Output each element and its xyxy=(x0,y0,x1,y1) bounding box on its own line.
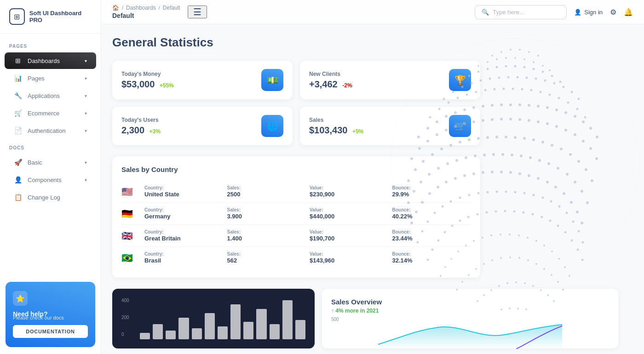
sales-overview-chart xyxy=(331,324,609,349)
svg-point-61 xyxy=(584,116,586,119)
sales-value-gb: 1.400 xyxy=(227,235,306,242)
svg-point-123 xyxy=(569,153,572,156)
section-label-docs: DOCS xyxy=(0,140,101,153)
svg-point-142 xyxy=(538,159,541,162)
sidebar-item-pages[interactable]: 📊 Pages ▾ xyxy=(5,70,96,86)
sidebar-item-basic[interactable]: 🚀 Basic ▾ xyxy=(5,154,96,171)
svg-point-39 xyxy=(544,80,546,82)
sidebar-item-authentication[interactable]: 📄 Authentication ▾ xyxy=(5,122,96,139)
svg-point-26 xyxy=(551,75,553,77)
svg-point-168 xyxy=(570,201,573,204)
stat-value-clients: +3,462 xyxy=(309,79,338,89)
sales-col-label: Sales: xyxy=(227,251,306,257)
svg-point-58 xyxy=(558,97,560,99)
svg-point-117 xyxy=(514,136,517,139)
search-input[interactable] xyxy=(493,9,560,16)
notifications-icon[interactable]: 🔔 xyxy=(624,8,633,17)
svg-point-57 xyxy=(549,94,551,96)
svg-point-137 xyxy=(492,153,495,156)
bounce-value-us: 29.9% xyxy=(392,191,472,198)
flag-de: 🇩🇪 xyxy=(121,208,141,219)
svg-point-27 xyxy=(559,81,562,83)
svg-point-37 xyxy=(526,77,528,79)
svg-point-101 xyxy=(574,133,576,136)
breadcrumb-sep2: / xyxy=(159,5,160,11)
svg-point-140 xyxy=(520,154,523,157)
help-box: ⭐ Need help? Please check our docs DOCUM… xyxy=(6,282,95,347)
svg-point-102 xyxy=(582,140,585,143)
svg-point-69 xyxy=(482,105,484,108)
value-col-br: Value: $143,960 xyxy=(310,251,389,264)
chevron-icon: ▾ xyxy=(85,93,87,98)
y-label-400: 400 xyxy=(121,298,129,303)
stat-icon-money: 💵 xyxy=(261,69,283,91)
svg-point-14 xyxy=(542,65,544,67)
sidebar-item-label: Dashboards xyxy=(28,57,79,64)
basic-icon: 🚀 xyxy=(14,159,22,166)
stat-value-money: $53,000 xyxy=(121,79,155,89)
svg-point-15 xyxy=(549,69,551,71)
svg-point-185 xyxy=(533,194,535,196)
svg-point-253 xyxy=(524,282,526,284)
sidebar-item-label: Ecommerce xyxy=(28,110,79,117)
search-box[interactable]: 🔍 xyxy=(475,5,567,19)
svg-point-75 xyxy=(537,105,540,108)
sales-value-br: 562 xyxy=(227,257,306,264)
logo-icon: ⊞ xyxy=(9,8,25,25)
svg-point-205 xyxy=(523,211,525,214)
svg-point-81 xyxy=(589,127,592,130)
svg-point-250 xyxy=(498,285,500,287)
menu-toggle-button[interactable]: ☰ xyxy=(188,6,207,18)
sidebar-item-ecommerce[interactable]: 🛒 Ecommerce ▾ xyxy=(5,105,96,121)
bar-item xyxy=(153,324,163,339)
country-col-br: Country: Brasil xyxy=(144,251,224,264)
svg-point-228 xyxy=(551,251,553,252)
stats-row: Today's Money $53,000 +55% 💵 New Clients… xyxy=(112,61,480,145)
bar-item xyxy=(192,328,202,339)
svg-point-108 xyxy=(431,153,434,156)
sidebar-item-applications[interactable]: 🔧 Applications ▾ xyxy=(5,87,96,104)
breadcrumb-path: 🏠 / Dashboards / Default xyxy=(112,5,180,11)
chart-y-labels: 400 200 0 xyxy=(121,298,129,337)
sidebar-item-label: Components xyxy=(28,177,79,183)
country-col-label: Country: xyxy=(144,251,224,257)
svg-point-104 xyxy=(595,157,598,160)
svg-point-36 xyxy=(517,76,519,79)
svg-point-71 xyxy=(500,103,503,106)
header: 🏠 / Dashboards / Default Default ☰ 🔍 👤 S… xyxy=(101,0,644,24)
documentation-button[interactable]: DOCUMENTATION xyxy=(13,325,88,338)
svg-point-148 xyxy=(586,201,589,204)
stat-value-row-users: 2,300 +3% xyxy=(121,125,161,136)
sales-col-br: Sales: 562 xyxy=(227,251,306,264)
svg-point-187 xyxy=(550,200,552,203)
svg-point-209 xyxy=(557,225,559,227)
stat-label-sales: Sales xyxy=(309,117,363,123)
svg-point-122 xyxy=(560,148,563,150)
svg-point-82 xyxy=(596,136,598,138)
svg-point-94 xyxy=(509,118,512,120)
sidebar-item-changelog[interactable]: 📋 Change Log xyxy=(5,189,96,206)
svg-point-233 xyxy=(461,281,463,283)
home-icon: 🏠 xyxy=(112,5,119,11)
country-name-gb: Great Britain xyxy=(144,235,224,242)
country-table: 🇺🇸 Country: United State Sales: 2500 Val… xyxy=(121,181,471,268)
svg-point-70 xyxy=(491,104,494,107)
bounce-col-label: Bounce: xyxy=(392,251,472,257)
sidebar-item-dashboards[interactable]: ⊞ Dashboards ▾ xyxy=(5,52,96,69)
svg-point-162 xyxy=(518,172,521,175)
svg-point-109 xyxy=(440,148,443,150)
svg-point-121 xyxy=(551,144,553,147)
svg-point-223 xyxy=(509,234,511,235)
help-star-icon: ⭐ xyxy=(13,291,28,306)
settings-icon[interactable]: ⚙ xyxy=(610,8,616,17)
breadcrumb-dashboards: Dashboards xyxy=(126,5,156,11)
help-subtitle: Please check our docs xyxy=(13,315,88,320)
chevron-icon: ▾ xyxy=(85,76,87,81)
sidebar-nav: PAGES ⊞ Dashboards ▾ 📊 Pages ▾ 🔧 Applica… xyxy=(0,34,101,275)
sales-col-label: Sales: xyxy=(227,229,306,234)
bounce-col-label: Bounce: xyxy=(392,185,472,190)
sidebar-item-components[interactable]: 👤 Components ▾ xyxy=(5,171,96,188)
sign-in-button[interactable]: 👤 Sign in xyxy=(574,9,603,16)
svg-point-163 xyxy=(528,174,530,177)
svg-point-192 xyxy=(582,241,584,244)
